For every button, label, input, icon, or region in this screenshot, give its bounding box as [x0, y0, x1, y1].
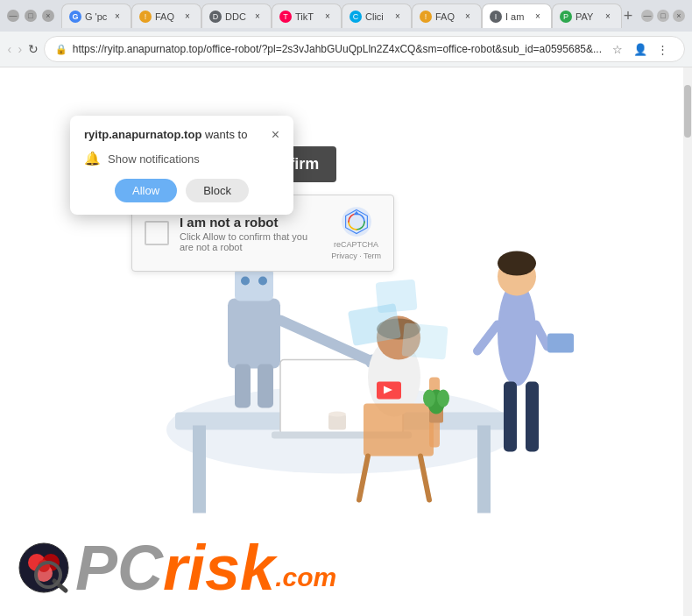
block-button[interactable]: Block	[186, 179, 249, 202]
window-title-actions: — □ ×	[641, 10, 685, 22]
pcrisk-text: PCrisk.com	[75, 536, 336, 599]
tab-close-faq2[interactable]: ×	[462, 11, 474, 23]
svg-rect-21	[526, 382, 539, 452]
scrollbar-thumb[interactable]	[684, 85, 691, 138]
browser-window: — □ × G G 'pc × ! FAQ × D DDC	[0, 0, 692, 616]
tab-label-tiktok: TikT	[295, 11, 318, 22]
maximize-button[interactable]: □	[25, 10, 37, 22]
tab-close-clici[interactable]: ×	[392, 11, 404, 23]
svg-point-36	[328, 412, 346, 417]
recaptcha-logo-area: reCAPTCHA Privacy · Term	[331, 206, 381, 260]
tab-favicon-iam: I	[490, 11, 502, 23]
svg-rect-31	[376, 280, 418, 314]
pcrisk-icon	[18, 542, 70, 594]
tab-close-tiktok[interactable]: ×	[321, 11, 334, 23]
tab-close-pay[interactable]: ×	[602, 11, 614, 23]
svg-point-39	[423, 390, 435, 407]
tab-label-clici: Clici	[365, 11, 388, 22]
tab-label-google: G 'pc	[85, 11, 108, 22]
tab-favicon-faq1: !	[139, 11, 152, 23]
tab-label-faq1: FAQ	[155, 11, 178, 22]
svg-rect-22	[547, 334, 574, 353]
tab-iam[interactable]: I I am ×	[482, 4, 552, 28]
svg-point-15	[498, 281, 536, 386]
refresh-button[interactable]: ↻	[28, 37, 39, 61]
tab-favicon-tiktok: T	[279, 11, 292, 23]
svg-point-10	[258, 277, 267, 286]
tab-favicon-google: G	[69, 11, 81, 23]
close-window-button[interactable]: ×	[42, 10, 54, 22]
menu-icon[interactable]: ⋮	[653, 39, 674, 60]
tabs-bar: G G 'pc × ! FAQ × D DDC × T TikT ×	[61, 4, 634, 28]
notif-buttons: Allow Block	[84, 179, 279, 202]
browser-chrome: — □ × G G 'pc × ! FAQ × D DDC	[0, 0, 692, 67]
svg-rect-13	[235, 365, 251, 408]
scrollbar[interactable]	[683, 67, 692, 616]
notif-close-button[interactable]: ×	[272, 128, 279, 142]
recaptcha-text-area: I am not a robot Click Allow to confirm …	[180, 215, 321, 252]
tab-favicon-ddc: D	[209, 11, 222, 23]
allow-button[interactable]: Allow	[115, 179, 177, 202]
recaptcha-links: Privacy · Term	[331, 251, 381, 260]
svg-point-9	[241, 277, 250, 286]
tab-tiktok[interactable]: T TikT ×	[272, 4, 342, 28]
address-bar-row: ‹ › ↻ 🔒 https://ryitp.anapurnatop.top/of…	[0, 32, 692, 67]
notif-wants-to: wants to	[201, 128, 247, 141]
forward-button[interactable]: ›	[18, 37, 23, 61]
notif-domain: ryitp.anapurnatop.top	[84, 128, 201, 141]
recaptcha-logo-icon	[341, 206, 372, 237]
profile-icon[interactable]: 👤	[630, 39, 651, 60]
restore-icon[interactable]: □	[657, 10, 669, 22]
recaptcha-privacy-link[interactable]: Privacy	[331, 251, 357, 260]
bell-icon: 🔔	[84, 151, 101, 166]
tab-close-faq1[interactable]: ×	[181, 11, 194, 23]
tab-close-google[interactable]: ×	[111, 11, 124, 23]
page-content: PCrisk.com Press Allow to confirm ryitp.…	[0, 67, 692, 616]
address-text: https://ryitp.anapurnatop.top/office-rob…	[73, 43, 602, 55]
bookmark-icon[interactable]: ☆	[607, 39, 628, 60]
pc-text: PC	[75, 536, 163, 599]
tab-close-ddc[interactable]: ×	[251, 11, 264, 23]
pcrisk-logo: PCrisk.com	[18, 536, 336, 599]
tab-pay[interactable]: P PAY ×	[552, 4, 622, 28]
tab-ddc[interactable]: D DDC ×	[201, 4, 272, 28]
svg-rect-14	[258, 365, 273, 408]
notification-popup: ryitp.anapurnatop.top wants to × 🔔 Show …	[70, 116, 293, 215]
tab-favicon-clici: C	[350, 11, 362, 23]
svg-point-40	[437, 390, 449, 407]
tab-faq1[interactable]: ! FAQ ×	[131, 4, 201, 28]
svg-rect-32	[401, 322, 448, 359]
close-icon[interactable]: ×	[673, 10, 685, 22]
tab-favicon-faq2: !	[420, 11, 432, 23]
tab-faq2[interactable]: ! FAQ ×	[412, 4, 482, 28]
address-bar[interactable]: 🔒 https://ryitp.anapurnatop.top/office-r…	[44, 36, 685, 62]
notif-title: ryitp.anapurnatop.top wants to	[84, 128, 247, 141]
minimize-icon[interactable]: —	[641, 10, 653, 22]
notif-header: ryitp.anapurnatop.top wants to ×	[84, 128, 279, 142]
svg-rect-20	[504, 382, 517, 452]
recaptcha-terms-link[interactable]: Term	[364, 251, 381, 260]
tab-label-faq2: FAQ	[435, 11, 458, 22]
tab-google-pc[interactable]: G G 'pc ×	[61, 4, 131, 28]
dotcom-text: .com	[275, 563, 336, 592]
svg-rect-3	[193, 426, 206, 513]
svg-point-17	[498, 251, 536, 276]
svg-rect-26	[364, 404, 434, 457]
recaptcha-checkbox[interactable]	[145, 221, 169, 245]
svg-rect-7	[228, 299, 280, 369]
risk-text: risk	[163, 536, 275, 599]
minimize-button[interactable]: —	[7, 10, 19, 22]
svg-rect-8	[235, 268, 273, 301]
tab-clici[interactable]: C Clici ×	[342, 4, 412, 28]
back-button[interactable]: ‹	[7, 37, 12, 61]
recaptcha-subtitle: Click Allow to confirm that you are not …	[180, 231, 321, 252]
tab-close-iam[interactable]: ×	[532, 11, 544, 23]
tab-label-iam: I am	[505, 11, 528, 22]
new-tab-button[interactable]: +	[622, 4, 634, 28]
tab-label-ddc: DDC	[225, 11, 248, 22]
notif-permission-row: 🔔 Show notifications	[84, 151, 279, 166]
recaptcha-brand: reCAPTCHA	[334, 240, 378, 249]
lock-icon: 🔒	[55, 44, 67, 55]
window-controls: — □ ×	[7, 10, 54, 22]
recaptcha-title: I am not a robot	[180, 215, 321, 230]
